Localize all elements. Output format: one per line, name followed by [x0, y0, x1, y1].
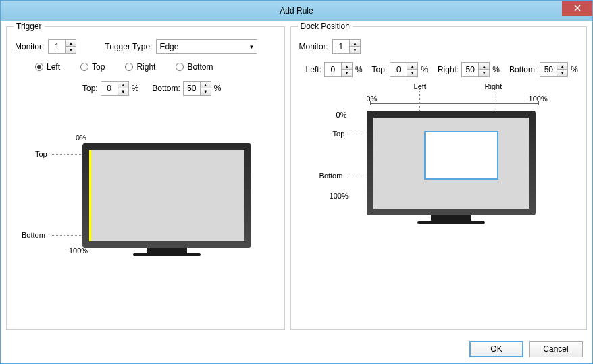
- trigger-edge-indicator: [89, 150, 91, 241]
- spinner-up-icon[interactable]: ▲: [201, 82, 211, 88]
- viz-label-zero: 0%: [76, 134, 86, 142]
- dock-left-input[interactable]: [325, 63, 341, 76]
- dock-right-spinner[interactable]: ▲▼: [461, 62, 490, 77]
- window-title: Add Rule: [280, 6, 313, 16]
- spinner-up-icon[interactable]: ▲: [342, 63, 352, 70]
- spinner-up-icon[interactable]: ▲: [479, 63, 489, 70]
- percent-label: %: [421, 65, 428, 74]
- dock-left-spinner[interactable]: ▲▼: [324, 62, 353, 77]
- dock-top-spinner[interactable]: ▲▼: [390, 62, 418, 77]
- radio-icon: [80, 63, 88, 71]
- viz-label-hundred-v: 100%: [330, 192, 349, 200]
- spinner-up-icon[interactable]: ▲: [407, 63, 417, 70]
- edge-radio-top[interactable]: Top: [80, 62, 105, 72]
- radio-label: Right: [136, 62, 155, 72]
- dock-preview: 0% 100% Left Right 0% Top Bottom 100%: [299, 104, 578, 239]
- dialog-footer: OK Cancel: [1, 335, 592, 363]
- spinner-down-icon[interactable]: ▼: [350, 47, 360, 53]
- viz-label-bottom: Bottom: [22, 231, 45, 239]
- trigger-preview: 0% Top Bottom 100%: [15, 136, 276, 271]
- spinner-down-icon[interactable]: ▼: [342, 70, 352, 76]
- dock-bottom-label: Bottom:: [509, 65, 537, 74]
- percent-label: %: [132, 84, 139, 93]
- dock-group-title: Dock Position: [298, 22, 353, 31]
- spinner-down-icon[interactable]: ▼: [479, 70, 489, 76]
- spinner-up-icon[interactable]: ▲: [118, 82, 128, 88]
- dock-monitor-label: Monitor:: [299, 42, 328, 51]
- dock-right-input[interactable]: [462, 63, 478, 76]
- radio-label: Top: [92, 62, 105, 72]
- edge-radio-bottom[interactable]: Bottom: [176, 62, 213, 72]
- trigger-monitor-label: Monitor:: [15, 42, 44, 51]
- trigger-monitor-input[interactable]: [49, 40, 65, 53]
- trigger-bottom-input[interactable]: [184, 82, 200, 95]
- dock-bottom-spinner[interactable]: ▲▼: [540, 62, 568, 77]
- content-area: Trigger Monitor: ▲▼ Trigger Type: Edge ▼…: [1, 21, 592, 335]
- spinner-up-icon[interactable]: ▲: [557, 63, 567, 70]
- close-button[interactable]: [562, 1, 592, 16]
- monitor-icon: [82, 143, 251, 248]
- spinner-down-icon[interactable]: ▼: [66, 47, 76, 53]
- trigger-type-label: Trigger Type:: [105, 42, 152, 51]
- trigger-type-select[interactable]: Edge ▼: [156, 39, 257, 54]
- viz-label-top: Top: [333, 130, 345, 138]
- trigger-monitor-spinner[interactable]: ▲▼: [48, 39, 76, 54]
- radio-label: Bottom: [187, 62, 213, 72]
- edge-radio-right[interactable]: Right: [125, 62, 155, 72]
- titlebar[interactable]: Add Rule: [1, 1, 592, 21]
- spinner-down-icon[interactable]: ▼: [201, 88, 211, 95]
- dock-bottom-input[interactable]: [540, 63, 557, 76]
- spinner-down-icon[interactable]: ▼: [557, 70, 567, 76]
- spinner-down-icon[interactable]: ▼: [407, 70, 417, 76]
- viz-label-bottom: Bottom: [319, 172, 343, 180]
- trigger-top-spinner[interactable]: ▲▼: [101, 81, 129, 96]
- trigger-bottom-label: Bottom:: [152, 84, 180, 93]
- spinner-down-icon[interactable]: ▼: [118, 88, 128, 95]
- edge-radio-left[interactable]: Left: [35, 62, 60, 72]
- dock-top-input[interactable]: [390, 63, 407, 76]
- trigger-group: Trigger Monitor: ▲▼ Trigger Type: Edge ▼…: [6, 26, 285, 330]
- viz-label-zero-v: 0%: [336, 111, 347, 119]
- dock-region-indicator: [424, 131, 498, 180]
- spinner-up-icon[interactable]: ▲: [350, 40, 360, 47]
- dock-monitor-input[interactable]: [333, 40, 349, 53]
- radio-icon: [176, 63, 184, 71]
- dialog-window: Add Rule Trigger Monitor: ▲▼ Trigger Typ…: [0, 0, 593, 364]
- percent-label: %: [492, 65, 500, 74]
- viz-label-left: Left: [414, 82, 426, 90]
- viz-label-top: Top: [35, 150, 47, 158]
- close-icon: [574, 5, 581, 11]
- chevron-down-icon: ▼: [249, 44, 254, 50]
- radio-icon: [125, 63, 133, 71]
- monitor-icon: [367, 111, 536, 215]
- cancel-button[interactable]: Cancel: [529, 341, 583, 357]
- percent-label: %: [214, 84, 222, 93]
- trigger-top-input[interactable]: [101, 82, 118, 95]
- radio-label: Left: [47, 62, 60, 72]
- dock-right-label: Right:: [438, 65, 459, 74]
- percent-label: %: [355, 65, 363, 74]
- percent-label: %: [571, 65, 578, 74]
- dock-top-label: Top:: [372, 65, 388, 74]
- spinner-up-icon[interactable]: ▲: [66, 40, 76, 47]
- trigger-top-label: Top:: [82, 84, 98, 93]
- trigger-bottom-spinner[interactable]: ▲▼: [183, 81, 211, 96]
- trigger-group-title: Trigger: [14, 22, 45, 31]
- ok-button[interactable]: OK: [469, 341, 523, 357]
- dock-monitor-spinner[interactable]: ▲▼: [332, 39, 361, 54]
- dock-group: Dock Position Monitor: ▲▼ Left: ▲▼ % Top…: [290, 26, 587, 330]
- trigger-type-value: Edge: [159, 42, 178, 51]
- radio-icon: [35, 63, 43, 71]
- dock-left-label: Left:: [306, 65, 321, 74]
